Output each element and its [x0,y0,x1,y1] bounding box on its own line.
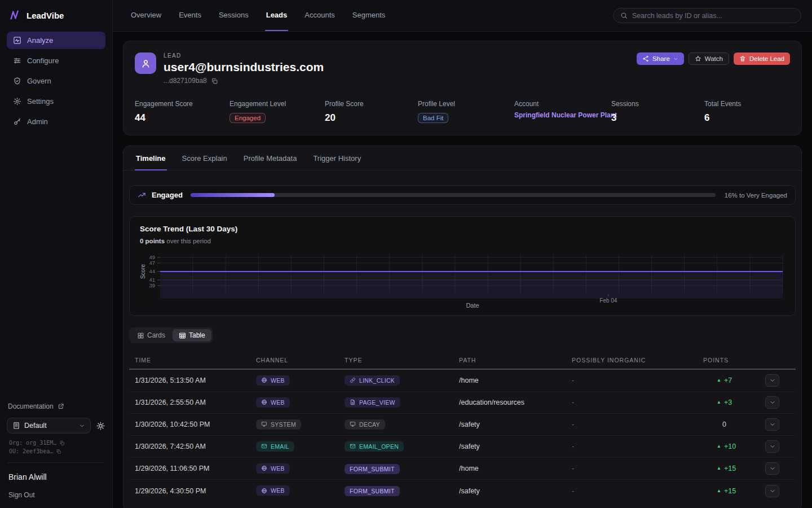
tab-overview[interactable]: Overview [130,0,162,31]
lead-eyebrow: LEAD [164,52,324,59]
tab-trigger-history[interactable]: Trigger History [312,146,362,170]
gear-icon [13,97,21,106]
sidebar-item-admin[interactable]: Admin [7,113,105,130]
share-label: Share [652,55,670,62]
table-row[interactable]: 1/30/2026, 10:42:50 PM SYSTEM DECAY /saf… [129,414,796,436]
tab-timeline[interactable]: Timeline [135,146,167,170]
tab-profile-metadata[interactable]: Profile Metadata [242,146,298,170]
x-axis-label: Date [140,302,785,311]
trash-icon [739,55,746,62]
person-icon [140,58,151,69]
account-link[interactable]: Springfield Nuclear Power Plant [514,111,611,119]
table-icon [179,332,186,339]
profile-level-badge: Bad Fit [418,113,448,123]
app-name: LeadVibe [27,11,64,20]
search-bar [613,8,801,23]
app-logo: LeadVibe [7,8,105,32]
monitor-icon [350,421,356,427]
expand-row-button[interactable] [765,485,779,497]
globe-icon [261,488,267,494]
table-view-button[interactable]: Table [173,329,211,341]
watch-label: Watch [705,55,723,62]
event-inorganic: - [572,376,703,384]
channel-badge: SYSTEM [256,419,301,430]
sidebar-item-label: Settings [27,97,54,106]
delete-lead-button[interactable]: Delete Lead [734,52,790,65]
copy-lead-id-icon[interactable] [211,77,218,85]
sidebar-item-settings[interactable]: Settings [7,93,105,110]
copy-ou-icon[interactable] [56,449,61,454]
file-icon [350,399,356,405]
expand-row-button[interactable] [765,374,779,387]
sidebar-item-configure[interactable]: Configure [7,52,105,69]
expand-row-button[interactable] [765,396,779,409]
table-row[interactable]: 1/31/2026, 5:13:50 AM WEB LINK_CLICK /ho… [129,370,796,392]
tab-score-explain[interactable]: Score Explain [181,146,228,170]
page-content: LEAD user4@burnsindustries.com ...d82710… [113,32,812,508]
event-inorganic: - [572,398,703,406]
copy-org-icon[interactable] [59,440,65,446]
channel-badge: EMAIL [256,441,294,452]
sliders-icon [13,56,21,65]
delete-label: Delete Lead [749,55,784,62]
col-type: TYPE [345,357,459,364]
svg-text:41: 41 [149,277,155,283]
tab-sessions[interactable]: Sessions [218,0,250,31]
expand-row-button[interactable] [765,418,779,431]
tab-segments[interactable]: Segments [351,0,387,31]
tab-events[interactable]: Events [178,0,202,31]
tab-accounts[interactable]: Accounts [303,0,336,31]
stat-profile-level: Profile Level Bad Fit [418,100,514,124]
event-path: /safety [459,487,572,495]
col-possibly-inorganic: POSSIBLY INORGANIC [572,357,703,364]
event-path: /safety [459,421,572,428]
channel-badge: WEB [256,485,290,496]
watch-button[interactable]: Watch [689,52,729,65]
avatar [135,52,156,74]
star-icon [695,55,701,62]
svg-text:Score: Score [140,264,146,279]
svg-text:39: 39 [149,282,155,288]
chevron-down-icon [673,56,678,62]
stat-total-events: Total Events 6 [704,100,790,124]
expand-row-button[interactable] [765,440,779,453]
table-row[interactable]: 1/31/2026, 2:55:50 AM WEB PAGE_VIEW /edu… [129,392,796,414]
chart-title: Score Trend (Last 30 Days) [140,225,785,233]
share-button[interactable]: Share [637,52,684,65]
expand-row-button[interactable] [765,462,779,475]
channel-badge: WEB [256,463,290,474]
chart-subtitle-strong: 0 points [140,238,165,244]
detail-tabs: Timeline Score Explain Profile Metadata … [123,146,801,170]
score-trend-panel: Score Trend (Last 30 Days) 0 points over… [129,216,796,316]
table-row[interactable]: 1/30/2026, 7:42:50 AM EMAIL EMAIL_OPEN /… [129,436,796,458]
stat-account: Account Springfield Nuclear Power Plant [514,100,611,124]
documentation-link[interactable]: Documentation [7,402,105,418]
sidebar-item-govern[interactable]: Govern [7,72,105,90]
mail-icon [350,443,356,449]
events-table: TIME CHANNEL TYPE PATH POSSIBLY INORGANI… [129,351,796,502]
table-row[interactable]: 1/29/2026, 4:30:50 PM WEB FORM_SUBMIT /s… [129,480,796,502]
sign-out-link[interactable]: Sign Out [7,491,105,499]
type-badge: LINK_CLICK [345,375,400,386]
tab-leads[interactable]: Leads [265,0,289,31]
table-row[interactable]: 1/29/2026, 11:06:50 PM WEB FORM_SUBMIT /… [129,458,796,480]
search-icon [620,12,628,19]
event-inorganic: - [572,443,703,450]
grid-icon [137,332,144,339]
lead-id-short: ...d827109ba8 [164,77,207,85]
lead-header-card: LEAD user4@burnsindustries.com ...d82710… [123,41,802,135]
points-up-arrow: ▲ [717,489,721,493]
mail-icon [261,443,267,449]
workspace-select[interactable]: Default [7,418,91,433]
type-badge: DECAY [345,419,385,430]
lead-email: user4@burnsindustries.com [164,60,324,74]
theme-toggle-sun-icon[interactable] [96,421,105,431]
channel-badge: WEB [256,375,290,386]
external-link-icon [58,403,64,410]
sidebar-item-label: Analyze [27,36,53,45]
sidebar-item-analyze[interactable]: Analyze [7,32,105,49]
monitor-icon [261,421,267,427]
cards-view-button[interactable]: Cards [131,329,171,341]
chevron-down-icon [79,423,85,429]
search-input[interactable] [632,12,794,20]
